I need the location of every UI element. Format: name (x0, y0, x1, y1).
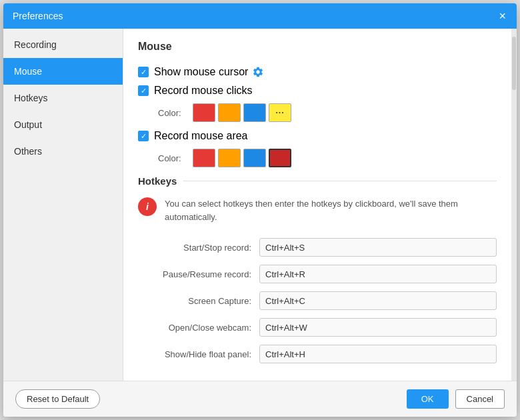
hotkey-input-float-panel[interactable] (259, 345, 497, 363)
main-content: Mouse Show mouse cursor Record mous (123, 29, 511, 381)
sidebar-item-recording[interactable]: Recording (3, 31, 123, 58)
sidebar: Recording Mouse Hotkeys Output Others (3, 29, 123, 381)
info-box: i You can select hotkeys then enter the … (138, 195, 497, 226)
hotkey-input-webcam[interactable] (259, 318, 497, 337)
show-cursor-checkbox[interactable] (138, 67, 149, 77)
record-area-color-row: Color: (158, 149, 497, 167)
scrollbar-track[interactable] (511, 29, 517, 381)
hotkey-input-pause-resume[interactable] (259, 265, 497, 283)
color-swatch-red[interactable] (193, 103, 215, 122)
record-clicks-checkbox-wrap[interactable]: Record mouse clicks (138, 85, 253, 97)
mouse-section-title: Mouse (138, 41, 497, 57)
hotkey-row-float-panel: Show/Hide float panel: (138, 345, 497, 363)
record-clicks-color-row: Color: ··· (158, 103, 497, 122)
hotkey-input-screen-capture[interactable] (259, 291, 497, 310)
titlebar: Preferences × (3, 3, 517, 29)
dialog-title: Preferences (13, 11, 63, 21)
color-more-button[interactable]: ··· (269, 103, 291, 122)
reset-button[interactable]: Reset to Default (15, 389, 100, 409)
hotkey-row-webcam: Open/Close webcam: (138, 318, 497, 337)
info-icon: i (138, 197, 157, 216)
record-area-checkbox[interactable] (138, 131, 149, 141)
hotkey-label-pause-resume: Pause/Resume record: (138, 269, 251, 279)
record-area-label: Record mouse area (154, 130, 248, 142)
cancel-button[interactable]: Cancel (455, 389, 505, 409)
preferences-dialog: Preferences × Recording Mouse Hotkeys Ou… (3, 3, 517, 417)
color-swatch-red2[interactable] (193, 149, 215, 167)
sidebar-item-mouse[interactable]: Mouse (3, 58, 123, 85)
content-area: Recording Mouse Hotkeys Output Others Mo… (3, 29, 517, 381)
color-label-1: Color: (158, 108, 185, 118)
hotkey-row-start-stop: Start/Stop record: (138, 238, 497, 257)
show-cursor-label: Show mouse cursor (154, 66, 248, 78)
color-swatch-orange2[interactable] (218, 149, 241, 167)
hotkey-label-float-panel: Show/Hide float panel: (138, 349, 251, 359)
sidebar-item-output[interactable]: Output (3, 111, 123, 138)
record-area-row: Record mouse area (138, 130, 497, 142)
record-area-checkbox-wrap[interactable]: Record mouse area (138, 130, 248, 142)
info-text: You can select hotkeys then enter the ho… (165, 197, 497, 223)
gear-icon[interactable] (252, 66, 264, 78)
scrollbar-thumb[interactable] (512, 37, 516, 90)
hotkey-label-start-stop: Start/Stop record: (138, 243, 251, 253)
main-with-scroll: Mouse Show mouse cursor Record mous (123, 29, 517, 381)
color-swatch-orange[interactable] (218, 103, 241, 122)
hotkey-input-start-stop[interactable] (259, 238, 497, 257)
record-clicks-row: Record mouse clicks (138, 85, 497, 97)
show-cursor-checkbox-wrap[interactable]: Show mouse cursor (138, 66, 248, 78)
record-clicks-label: Record mouse clicks (154, 85, 253, 97)
color-swatch-blue2[interactable] (243, 149, 266, 167)
sidebar-item-hotkeys[interactable]: Hotkeys (3, 85, 123, 111)
hotkey-row-screen-capture: Screen Capture: (138, 291, 497, 310)
color-label-2: Color: (158, 153, 185, 163)
color-swatch-darkred[interactable] (269, 149, 291, 167)
footer: Reset to Default OK Cancel (3, 381, 517, 417)
hotkey-label-webcam: Open/Close webcam: (138, 323, 251, 333)
ok-button[interactable]: OK (407, 389, 449, 409)
hotkeys-section-title: Hotkeys (138, 175, 497, 187)
btn-group: OK Cancel (407, 389, 505, 409)
hotkey-label-screen-capture: Screen Capture: (138, 296, 251, 306)
close-button[interactable]: × (497, 10, 507, 22)
sidebar-item-others[interactable]: Others (3, 138, 123, 165)
show-cursor-row: Show mouse cursor (138, 66, 497, 78)
color-swatch-blue[interactable] (243, 103, 266, 122)
hotkey-row-pause-resume: Pause/Resume record: (138, 265, 497, 283)
record-clicks-checkbox[interactable] (138, 85, 149, 96)
